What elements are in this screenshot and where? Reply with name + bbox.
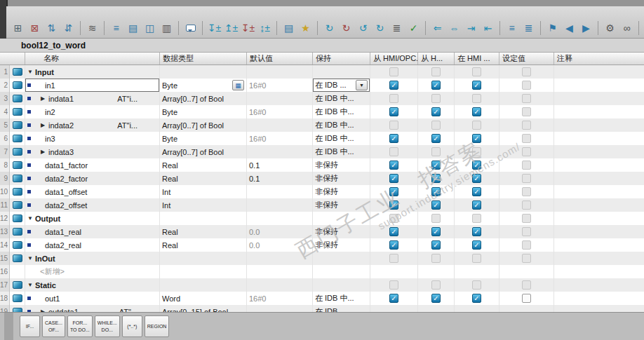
tab-case[interactable]: CASE...OF...: [42, 315, 65, 337]
hmi-opc-checkbox[interactable]: ✓: [389, 240, 398, 250]
header-data-type[interactable]: 数据类型: [160, 53, 247, 64]
hmi-opc-checkbox[interactable]: ✓: [389, 187, 398, 196]
row-number[interactable]: 19: [0, 305, 10, 312]
variable-icon-cell[interactable]: [10, 238, 25, 252]
row-number[interactable]: 15: [0, 252, 10, 265]
table-row[interactable]: 3▶indata1AT"i...Array[0..7] of Bool在 IDB…: [0, 92, 644, 105]
tab-left-icon[interactable]: ⇤: [480, 20, 496, 36]
hmi-visible-cell[interactable]: [455, 252, 499, 265]
default-value-cell[interactable]: 16#0: [247, 132, 313, 145]
hmi-opc-cell[interactable]: [370, 265, 418, 278]
table-row[interactable]: 10data1_offsetInt非保持✓✓✓: [0, 185, 644, 198]
hmi-visible-cell[interactable]: ✓: [455, 292, 499, 305]
data-type-cell[interactable]: Array[0..7] of Bool: [160, 118, 247, 132]
header-hmi-visible[interactable]: 在 HMI ...: [455, 53, 499, 64]
hmi-writable-cell[interactable]: [418, 145, 455, 158]
table-row[interactable]: 4in2Byte16#0在 IDB 中...✓✓✓: [0, 105, 644, 118]
row-number[interactable]: 12: [0, 212, 10, 225]
variable-icon-cell[interactable]: [10, 252, 25, 265]
hmi-opc-checkbox[interactable]: ✓: [389, 81, 398, 90]
network-view-icon[interactable]: ▤: [125, 20, 141, 36]
variable-icon-cell[interactable]: [10, 118, 25, 132]
hmi-visible-checkbox[interactable]: ✓: [472, 81, 481, 90]
hmi-opc-checkbox[interactable]: ✓: [389, 200, 398, 210]
hmi-opc-checkbox[interactable]: ✓: [389, 227, 398, 236]
table-row[interactable]: 9data2_factorReal0.1非保持✓✓✓: [0, 172, 644, 185]
sync-call-icon[interactable]: ≣: [389, 20, 405, 36]
header-hmi-opc[interactable]: 从 HMI/OPC..: [370, 53, 418, 64]
setpoint-cell[interactable]: [499, 65, 554, 79]
tab-while[interactable]: WHILE...DO...: [95, 315, 120, 337]
add-output-icon[interactable]: ↥±: [223, 20, 239, 36]
row-number[interactable]: 3: [0, 92, 10, 105]
comment-cell[interactable]: [554, 118, 644, 132]
variable-icon-cell[interactable]: [10, 132, 25, 145]
variable-icon-cell[interactable]: [10, 225, 25, 238]
update-block-icon[interactable]: ↻: [372, 20, 388, 36]
tab-for[interactable]: FOR...TO DO...: [67, 315, 93, 337]
setpoint-cell[interactable]: [499, 198, 554, 212]
variable-icon-cell[interactable]: [10, 198, 25, 212]
row-number[interactable]: 16: [0, 265, 10, 278]
variable-icon-cell[interactable]: [10, 158, 25, 172]
symbol-table-icon[interactable]: ≣: [521, 20, 537, 36]
hmi-opc-cell[interactable]: ✓: [370, 225, 418, 238]
retain-cell[interactable]: 非保持: [313, 185, 370, 198]
row-number[interactable]: 8: [0, 158, 10, 172]
retain-cell[interactable]: 非保持: [313, 158, 370, 172]
hmi-writable-checkbox[interactable]: ✓: [431, 81, 441, 90]
setpoint-cell[interactable]: [499, 105, 554, 118]
hmi-opc-cell[interactable]: [370, 65, 418, 79]
setpoint-cell[interactable]: [499, 185, 554, 198]
section-collapse-icon[interactable]: ▼: [27, 69, 35, 75]
retain-cell[interactable]: 在 IDB ...▼: [313, 79, 370, 92]
expand-array-icon[interactable]: ▶: [41, 122, 48, 128]
retain-cell[interactable]: [313, 65, 370, 79]
variable-icon-cell[interactable]: [10, 292, 25, 305]
data-type-cell[interactable]: Array[0..15] of Bool: [160, 305, 247, 312]
data-type-cell[interactable]: Int: [160, 198, 247, 212]
default-value-cell[interactable]: 16#0: [247, 79, 313, 92]
variable-name-cell[interactable]: in2: [25, 105, 160, 118]
hmi-opc-checkbox[interactable]: ✓: [389, 174, 398, 183]
variable-icon-cell[interactable]: [10, 185, 25, 198]
tab-if[interactable]: IF...: [20, 315, 40, 337]
hmi-opc-cell[interactable]: [370, 305, 418, 312]
hmi-writable-cell[interactable]: [418, 118, 455, 132]
hmi-writable-cell[interactable]: ✓: [418, 198, 455, 212]
keep-structure-icon[interactable]: ≋: [84, 20, 100, 36]
hmi-opc-cell[interactable]: ✓: [370, 198, 418, 212]
retain-cell[interactable]: 在 IDB 中...: [313, 292, 370, 305]
comment-cell[interactable]: [554, 198, 644, 212]
hmi-writable-cell[interactable]: [418, 252, 455, 265]
row-number[interactable]: 14: [0, 238, 10, 252]
hmi-opc-cell[interactable]: [370, 252, 418, 265]
hmi-writable-checkbox[interactable]: ✓: [431, 227, 441, 236]
row-number[interactable]: 5: [0, 118, 10, 132]
hmi-visible-cell[interactable]: ✓: [455, 79, 499, 92]
row-number[interactable]: 4: [0, 105, 10, 118]
hmi-visible-checkbox[interactable]: ✓: [472, 107, 481, 116]
hmi-visible-checkbox[interactable]: ✓: [472, 294, 481, 303]
data-type-cell[interactable]: Byte▦: [160, 79, 247, 92]
consistency-check-icon[interactable]: ✓: [405, 20, 422, 36]
hmi-visible-checkbox[interactable]: ✓: [472, 187, 481, 196]
retain-cell[interactable]: 在 IDB...: [313, 305, 370, 312]
table-row[interactable]: 17▼Static: [0, 278, 644, 292]
hmi-writable-cell[interactable]: ✓: [418, 185, 455, 198]
data-type-cell[interactable]: [160, 265, 247, 278]
retain-cell[interactable]: [313, 252, 370, 265]
variable-icon-cell[interactable]: [10, 79, 25, 92]
row-number[interactable]: 10: [0, 185, 10, 198]
variable-name-cell[interactable]: data1_factor: [25, 158, 160, 172]
expand-array-icon[interactable]: ▶: [41, 149, 48, 155]
data-type-cell[interactable]: Real: [160, 225, 247, 238]
table-row[interactable]: 2in1Byte▦16#0在 IDB ...▼✓✓✓: [0, 79, 644, 92]
hmi-writable-cell[interactable]: [418, 305, 455, 312]
variable-name-cell[interactable]: data2_offset: [25, 198, 160, 212]
comment-toggle-icon[interactable]: ▥: [159, 20, 175, 36]
setpoint-cell[interactable]: [499, 172, 554, 185]
header-name[interactable]: 名称: [25, 53, 160, 64]
hmi-opc-cell[interactable]: ✓: [370, 132, 418, 145]
remove-parameter-icon[interactable]: ↧±: [240, 20, 256, 36]
